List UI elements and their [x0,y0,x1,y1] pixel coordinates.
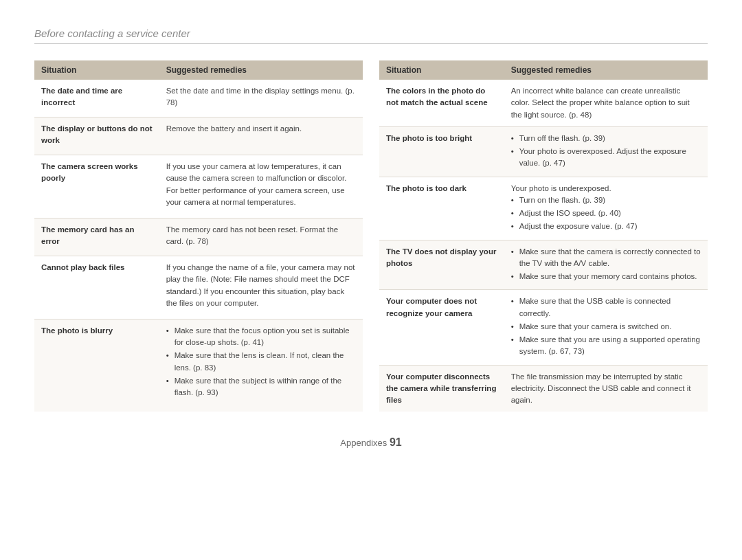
remedy-cell: Set the date and time in the display set… [159,80,363,117]
situation-cell: The photo is blurry [34,319,159,412]
remedy-cell: The memory card has not been reset. Form… [159,219,363,256]
remedy-cell: If you use your camera at low temperatur… [159,155,363,219]
remedy-cell: Turn off the flash. (p. 39)Your photo is… [504,126,708,177]
page-number: 91 [390,436,402,448]
situation-cell: The date and time are incorrect [34,80,159,117]
left-table-situation-header: Situation [34,60,159,80]
table-row: The date and time are incorrectSet the d… [34,80,363,117]
situation-cell: The colors in the photo do not match the… [379,80,504,126]
list-item: Make sure that the USB cable is connecte… [511,295,701,320]
list-item: Make sure that your memory card contains… [511,271,701,282]
list-item: Make sure that the focus option you set … [166,325,356,349]
table-row: The colors in the photo do not match the… [379,80,708,126]
remedy-cell: Your photo is underexposed.Turn on the f… [504,177,708,240]
situation-cell: The display or buttons do not work [34,117,159,155]
list-item: Make sure that the subject is within ran… [166,375,356,399]
table-row: The display or buttons do not workRemove… [34,117,363,155]
table-row: The TV does not display your photosMake … [379,240,708,290]
situation-cell: Cannot play back files [34,256,159,320]
list-item: Make sure that you are using a supported… [511,334,701,358]
table-row: Cannot play back filesIf you change the … [34,256,363,320]
table-row: Your computer does not recognize your ca… [379,290,708,365]
list-item: Adjust the exposure value. (p. 47) [511,221,701,232]
situation-cell: Your computer disconnects the camera whi… [379,365,504,412]
remedy-cell: Remove the battery and insert it again. [159,117,363,155]
situation-cell: Your computer does not recognize your ca… [379,290,504,365]
footer: Appendixes 91 [34,436,708,449]
table-row: Your computer disconnects the camera whi… [379,365,708,412]
remedy-cell: An incorrect white balance can create un… [504,80,708,126]
list-item: Your photo is overexposed. Adjust the ex… [511,146,701,170]
remedy-cell: The file transmission may be interrupted… [504,365,708,412]
left-table-remedy-header: Suggested remedies [159,60,363,80]
remedy-cell: Make sure that the camera is correctly c… [504,240,708,290]
list-item: Turn on the flash. (p. 39) [511,194,701,206]
list-item: Make sure that your camera is switched o… [511,321,701,333]
right-table: Situation Suggested remedies The colors … [379,60,708,412]
remedy-list: Turn on the flash. (p. 39)Adjust the ISO… [511,194,701,233]
right-table-situation-header: Situation [379,60,504,80]
right-table-remedy-header: Suggested remedies [504,60,708,80]
remedy-cell: Make sure that the USB cable is connecte… [504,290,708,365]
situation-cell: The photo is too dark [379,177,504,240]
left-table: Situation Suggested remedies The date an… [34,60,363,412]
table-row: The photo is blurryMake sure that the fo… [34,319,363,412]
table-row: The photo is too darkYour photo is under… [379,177,708,240]
page-title: Before contacting a service center [34,27,708,44]
remedy-intro: Your photo is underexposed. [511,184,611,192]
table-row: The camera screen works poorlyIf you use… [34,155,363,219]
list-item: Make sure that the camera is correctly c… [511,246,701,270]
footer-label: Appendixes [340,438,387,448]
situation-cell: The TV does not display your photos [379,240,504,290]
remedy-list: Make sure that the focus option you set … [166,325,356,399]
list-item: Adjust the ISO speed. (p. 40) [511,208,701,219]
remedy-cell: If you change the name of a file, your c… [159,256,363,320]
table-row: The memory card has an errorThe memory c… [34,219,363,256]
situation-cell: The camera screen works poorly [34,155,159,219]
list-item: Turn off the flash. (p. 39) [511,133,701,144]
situation-cell: The memory card has an error [34,219,159,256]
remedy-list: Make sure that the camera is correctly c… [511,246,701,283]
remedy-list: Make sure that the USB cable is connecte… [511,295,701,357]
list-item: Make sure that the lens is clean. If not… [166,350,356,374]
situation-cell: The photo is too bright [379,126,504,177]
remedy-list: Turn off the flash. (p. 39)Your photo is… [511,133,701,170]
remedy-cell: Make sure that the focus option you set … [159,319,363,412]
table-row: The photo is too brightTurn off the flas… [379,126,708,177]
